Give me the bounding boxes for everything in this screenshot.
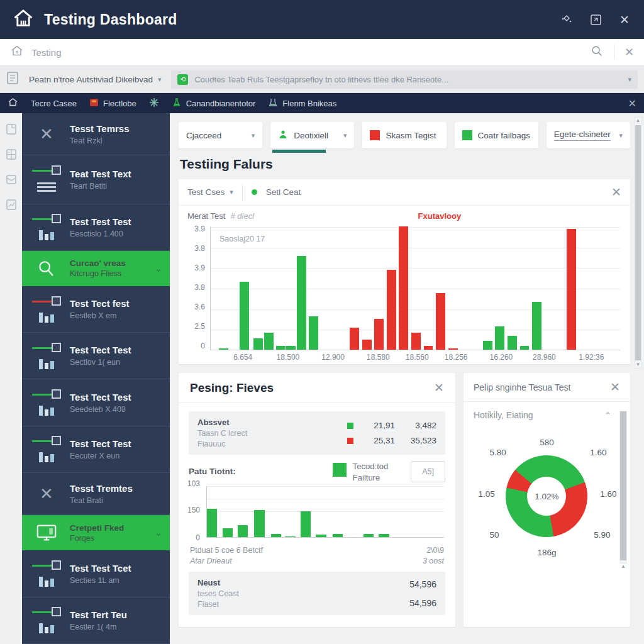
chart-annotation: Saoslaj20 17: [219, 235, 265, 243]
nav-label: Flenm Bnikeas: [282, 99, 336, 108]
nav-item-test-cases[interactable]: Tecre Casee: [31, 99, 77, 108]
file-icon[interactable]: [6, 123, 17, 138]
restore-window-icon[interactable]: [589, 13, 602, 26]
summary-value: 25,31: [362, 436, 395, 445]
divider: [242, 184, 243, 201]
view-dropdown[interactable]: Peatn n'troe Autstiviad Dikeibvad ▾: [26, 75, 164, 84]
summary-line: Neust: [197, 578, 409, 587]
scrollbar-thumb[interactable]: [620, 411, 626, 560]
legend-dot: [252, 189, 257, 195]
nav-item-canand[interactable]: Canandbianentotor: [172, 97, 256, 109]
mini-footer-text: Atar Drieaut: [190, 557, 263, 565]
chart-bar: [399, 226, 408, 350]
sidebar-item-title: Tesst Tremtes: [70, 483, 133, 494]
toolbar: Peatn n'troe Autstiviad Dikeibvad ▾ ⟲ Co…: [0, 66, 644, 93]
sidebar-item[interactable]: Test Tect festEestleb X em: [22, 286, 170, 333]
chart-bar: [240, 282, 249, 350]
chart-bar: [333, 534, 343, 537]
nav-item-flectlobe[interactable]: Flectlobe: [89, 97, 136, 109]
filter-chip-status[interactable]: Cjacceed ▾: [179, 122, 262, 148]
sidebar-item[interactable]: Test Test TcetSecties 1L am: [22, 550, 170, 597]
search-icon: [27, 258, 66, 279]
sidebar-item-subtitle: Kitcrugo Fliess: [70, 269, 126, 278]
chart-bar: [436, 293, 445, 350]
nav-item-flenm[interactable]: Flenm Bnikeas: [268, 97, 336, 109]
scroll-down-icon[interactable]: ▼: [636, 362, 641, 368]
close-icon[interactable]: ✕: [628, 97, 636, 109]
chart-bar: [567, 229, 576, 350]
home-outline-icon[interactable]: [10, 44, 24, 60]
filter-chip-passed-tests[interactable]: Coatr failbags: [455, 122, 538, 148]
chip-label: Deotixiell: [294, 131, 328, 140]
beaker-icon: [268, 97, 278, 109]
filter-chip-detail[interactable]: Deotixiell ▾: [270, 122, 354, 148]
summary-value: 35,523: [404, 436, 436, 445]
green-swatch: [462, 130, 472, 140]
home-small-icon[interactable]: [8, 97, 18, 109]
chart-bar: [379, 534, 389, 538]
scroll-arrow-icon[interactable]: ▲: [621, 564, 626, 569]
panel-scrollbar[interactable]: [619, 411, 627, 564]
all-button[interactable]: A5]: [411, 461, 445, 482]
health-donut-chart: 1.02% 5805.801.601.051.60505.90186g: [506, 455, 587, 537]
nav-item-sparkle[interactable]: [149, 97, 159, 109]
checkbox-menu-icon: [27, 165, 66, 194]
chart-bar: [207, 509, 217, 537]
chart-left-note: # diecl: [230, 211, 254, 221]
chart-bar: [264, 333, 274, 350]
plot-area: [206, 486, 444, 538]
mail-icon[interactable]: [6, 174, 17, 188]
sidebar-item[interactable]: Teat Test TextTeart Betiti: [22, 155, 170, 204]
sidebar-item[interactable]: Test Test TestEesctislo 1.400: [22, 204, 170, 251]
sidebar-item[interactable]: Test Tert TeuEestler 1( 4m: [22, 597, 170, 644]
scrollbar-thumb[interactable]: [635, 125, 641, 360]
test-cases-dropdown[interactable]: Test Cses ▾: [187, 187, 233, 197]
chevron-down-icon: ▾: [230, 188, 233, 196]
filter-chip-failed-tests[interactable]: Skasm Tegist: [362, 122, 446, 148]
sidebar-item[interactable]: Cretpeti FkedForqes⌄: [22, 515, 170, 550]
sidebar-item-title: Test Test Test: [70, 216, 131, 227]
dropdown-label: Test Cses: [187, 187, 225, 197]
failures-chart-panel: Test Cses ▾ Setl Ceat ✕ Merat Test # die…: [179, 179, 630, 364]
sidebar-item[interactable]: ✕Tesst TremtesTeat Brati: [22, 473, 170, 515]
chevron-down-icon: ▾: [619, 131, 623, 140]
checkbox-bars-red-icon: [27, 296, 66, 323]
window-icon[interactable]: [6, 148, 17, 163]
chart-file-icon[interactable]: [6, 199, 17, 213]
close-icon[interactable]: ✕: [625, 45, 634, 59]
sidebar-item[interactable]: Test Tect TestSectlov 1( eun: [22, 333, 170, 379]
search-icon[interactable]: [590, 44, 604, 60]
scroll-up-icon[interactable]: ▲: [636, 118, 641, 124]
close-panel-icon[interactable]: ✕: [434, 380, 444, 395]
chart-bar: [253, 338, 263, 350]
window-scrollbar[interactable]: ▲ ▼: [634, 117, 642, 369]
sidebar-item[interactable]: Test Tect TestEecuter X eun: [22, 426, 170, 473]
panel-title: Pelip snginhe Tesua Test: [474, 382, 570, 392]
sidebar-item-subtitle: Eestler 1( 4m: [70, 623, 127, 631]
sidebar-item[interactable]: Test Tect TestSeedeleb X 408: [22, 379, 170, 426]
search-field[interactable]: ⟲ Coudtes Teab Ruls Teestgaprsefloy tn o…: [171, 70, 638, 89]
chip-label: Skasm Tegist: [386, 131, 436, 140]
sidebar-item[interactable]: ✕Tesst TemrssTeat Rzkl: [22, 113, 170, 155]
summary-value: 54,596: [409, 579, 436, 589]
summary-box-top: Abssvet Taasn C lcrect Fiauuuc 21,91 3,4…: [189, 411, 445, 455]
sidebar-item-subtitle: Sectlov 1( eun: [70, 358, 131, 367]
x-axis-labels: 6.65418.50012.90018.58018.56018.25616.26…: [210, 353, 620, 363]
mini-footer-text: 2\0\9: [423, 546, 444, 555]
donut-label: 5.80: [489, 448, 506, 457]
chart-bar: [286, 346, 296, 350]
close-panel-icon[interactable]: ✕: [611, 185, 621, 199]
sidebar-item-title: Test Tect Test: [70, 345, 131, 355]
chip-label: Coatr failbags: [478, 131, 530, 140]
sidebar-item-title: Test Tect fest: [70, 298, 129, 309]
mini-footer-text: Ptduat 5 coe 6 Betctf: [190, 546, 263, 555]
flow-icon[interactable]: [560, 13, 574, 26]
document-icon[interactable]: [6, 71, 19, 87]
chevron-up-icon[interactable]: ⌃: [604, 411, 611, 420]
filter-chip-selector[interactable]: Egete-clsineter ▾: [547, 122, 630, 148]
close-panel-icon[interactable]: ✕: [610, 380, 620, 394]
close-window-icon[interactable]: ✕: [618, 13, 631, 26]
sidebar-item[interactable]: Curcao' vreasKitcrugo Fliess⌄: [22, 251, 170, 286]
summary-value: 3,482: [404, 421, 436, 430]
chart-bar: [219, 348, 228, 350]
